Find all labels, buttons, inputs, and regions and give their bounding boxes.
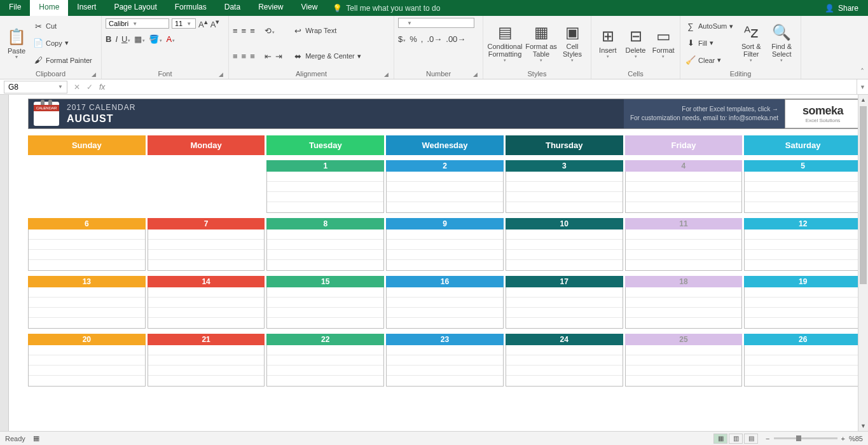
page-layout-view-button[interactable]: ▥ [729,434,743,444]
tab-insert[interactable]: Insert [68,0,105,16]
tab-data[interactable]: Data [216,0,249,16]
zoom-in-button[interactable]: + [841,435,845,442]
format-painter-button[interactable]: 🖌Format Painter [32,55,93,65]
zoom-level[interactable]: %85 [849,435,863,442]
vertical-scrollbar[interactable]: ▲ ▼ [858,95,868,431]
calendar-cell[interactable]: 9 [386,218,504,271]
share-button[interactable]: 👤Share [825,0,868,16]
fill-button[interactable]: ⬇Fill▾ [684,38,734,48]
dialog-launcher-icon[interactable]: ◢ [473,71,478,78]
normal-view-button[interactable]: ▦ [713,434,727,444]
increase-decimal-icon[interactable]: .0→ [427,34,442,44]
calendar-cell[interactable]: 14 [148,276,265,329]
calendar-cell[interactable]: 1 [266,160,384,213]
calendar-cell[interactable]: 12 [744,218,862,271]
scroll-up-icon[interactable]: ▲ [858,95,868,105]
tab-view[interactable]: View [293,0,327,16]
calendar-cell[interactable]: 8 [266,218,384,271]
clear-button[interactable]: 🧹Clear▾ [684,55,734,65]
increase-indent-icon[interactable]: ⇥ [275,51,282,61]
calendar-cell[interactable]: 19 [744,276,862,329]
number-format-select[interactable]: ▼ [398,18,474,28]
name-box[interactable]: G8▼ [4,81,67,93]
underline-button[interactable]: U▾ [121,34,130,44]
align-center-icon[interactable]: ≡ [242,51,247,61]
comma-format-icon[interactable]: , [421,34,424,44]
align-middle-icon[interactable]: ≡ [242,26,247,36]
align-bottom-icon[interactable]: ≡ [250,26,255,36]
calendar-cell[interactable]: 17 [506,276,623,329]
conditional-formatting-button[interactable]: ▤Conditional Formatting▾ [487,18,523,69]
calendar-cell[interactable]: 18 [625,276,743,329]
autosum-button[interactable]: ∑AutoSum▾ [684,21,734,32]
tab-formulas[interactable]: Formulas [166,0,216,16]
calendar-cell[interactable]: 22 [266,334,384,387]
font-color-button[interactable]: A▾ [166,34,175,44]
format-as-table-button[interactable]: ▦Format asTable▾ [525,18,557,69]
delete-cells-button[interactable]: ⊟Delete▾ [623,18,649,69]
calendar-cell[interactable]: 25 [625,334,743,387]
accounting-format-icon[interactable]: $▾ [398,34,406,44]
percent-format-icon[interactable]: % [410,34,417,44]
calendar-cell[interactable]: 24 [506,334,623,387]
calendar-cell[interactable]: 13 [28,276,146,329]
scroll-down-icon[interactable]: ▼ [858,421,868,431]
calendar-cell[interactable]: 26 [744,334,862,387]
italic-button[interactable]: I [115,34,118,44]
decrease-font-icon[interactable]: A▾ [210,18,220,29]
fx-icon[interactable]: fx [99,83,105,92]
calendar-cell[interactable]: 10 [506,218,623,271]
calendar-cell[interactable]: 4 [625,160,743,213]
collapse-ribbon-icon[interactable]: ˄ [860,67,864,76]
calendar-cell[interactable]: 2 [386,160,504,213]
calendar-cell[interactable]: 16 [386,276,504,329]
calendar-cell[interactable]: 5 [744,160,862,213]
dialog-launcher-icon[interactable]: ◢ [384,71,389,78]
merge-center-button[interactable]: ⬌Merge & Center▾ [291,51,362,62]
calendar-cell[interactable]: 11 [625,218,743,271]
font-name-select[interactable]: Calibri▼ [106,18,169,29]
find-select-button[interactable]: 🔍Find &Select▾ [768,18,796,69]
enter-formula-icon[interactable]: ✓ [86,83,93,92]
macro-record-icon[interactable]: ▦ [33,434,39,442]
align-left-icon[interactable]: ≡ [233,51,238,61]
expand-formula-bar-icon[interactable]: ▼ [857,79,868,94]
calendar-cell[interactable]: 21 [148,334,265,387]
tab-review[interactable]: Review [249,0,292,16]
calendar-cell[interactable] [148,160,265,213]
insert-cells-button[interactable]: ⊞Insert▾ [595,18,621,69]
tab-home[interactable]: Home [30,0,68,16]
cancel-formula-icon[interactable]: ✕ [74,83,80,92]
decrease-indent-icon[interactable]: ⇤ [265,51,272,61]
calendar-cell[interactable] [28,160,146,213]
calendar-cell[interactable]: 23 [386,334,504,387]
cut-button[interactable]: ✂Cut [32,21,93,32]
fill-color-button[interactable]: 🪣▾ [149,34,162,44]
align-top-icon[interactable]: ≡ [233,26,238,36]
formula-input[interactable] [109,81,857,93]
calendar-cell[interactable]: 6 [28,218,146,271]
calendar-cell[interactable]: 3 [506,160,623,213]
orientation-icon[interactable]: ⟲▾ [265,26,275,36]
cell-styles-button[interactable]: ▣CellStyles▾ [560,18,585,69]
bold-button[interactable]: B [106,34,111,44]
page-break-view-button[interactable]: ▤ [744,434,758,444]
wrap-text-button[interactable]: ↩Wrap Text [291,25,362,36]
zoom-slider[interactable] [774,437,837,439]
worksheet-area[interactable]: CALENDAR 2017 CALENDAR AUGUST For other … [0,95,868,431]
decrease-decimal-icon[interactable]: .00→ [446,34,465,44]
someka-logo[interactable]: someka Excel Solutions [785,99,861,128]
format-cells-button[interactable]: ▭Format▾ [651,18,676,69]
copy-button[interactable]: 📄Copy▾ [32,38,93,48]
dialog-launcher-icon[interactable]: ◢ [92,71,96,78]
calendar-cell[interactable]: 15 [266,276,384,329]
tab-file[interactable]: File [0,0,30,16]
zoom-out-button[interactable]: − [766,435,769,442]
align-right-icon[interactable]: ≡ [250,51,255,61]
dialog-launcher-icon[interactable]: ◢ [219,71,223,78]
increase-font-icon[interactable]: A▴ [198,18,208,29]
scroll-thumb[interactable] [860,106,867,284]
calendar-cell[interactable]: 20 [28,334,146,387]
paste-button[interactable]: 📋Paste▼ [4,18,29,69]
font-size-select[interactable]: 11▼ [172,18,196,29]
